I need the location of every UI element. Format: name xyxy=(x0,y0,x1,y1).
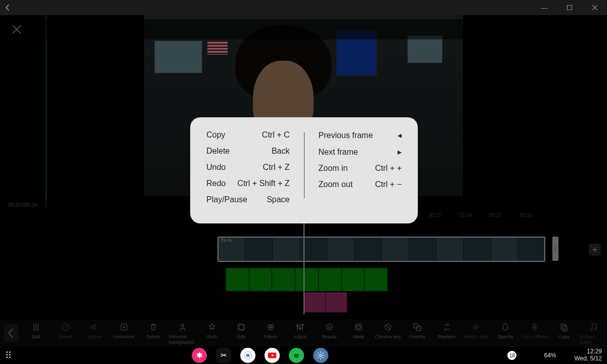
tool-remove-bg[interactable]: Remove background xyxy=(169,322,196,345)
tool-replace[interactable]: Replace xyxy=(433,322,460,345)
tool-adjust[interactable]: Adjust xyxy=(286,322,314,345)
app-icon-youtube[interactable] xyxy=(265,348,280,363)
shortcut-row: RedoCtrl + Shift + Z xyxy=(206,179,290,188)
tool-speed[interactable]: Speed xyxy=(52,322,79,345)
edit-toolbar: SplitSpeedVolumeAnimationDeleteRemove ba… xyxy=(0,320,607,347)
shortcut-row: Zoom outCtrl + − xyxy=(319,180,402,189)
svg-rect-0 xyxy=(568,6,572,10)
notification-count-badge[interactable]: 18 xyxy=(507,351,516,360)
toolbar-collapse-button[interactable] xyxy=(4,325,18,342)
tool-beauty[interactable]: Beauty xyxy=(316,322,343,345)
svg-point-27 xyxy=(246,354,250,357)
tool-motion[interactable]: Motion blur xyxy=(462,322,490,345)
keyboard-shortcuts-popup: CopyCtrl + CDeleteBackUndoCtrl + ZRedoCt… xyxy=(190,117,418,223)
svg-point-14 xyxy=(330,326,330,327)
app-icon-chrome[interactable] xyxy=(240,348,255,363)
svg-point-16 xyxy=(357,325,361,329)
system-taskbar: ⠿ ✱ ✂ 18 64% 12:29 Wed, 5/12 xyxy=(0,347,607,364)
svg-point-24 xyxy=(595,328,596,329)
apps-grid-icon[interactable]: ⠿ xyxy=(5,350,13,361)
tool-style[interactable]: Style xyxy=(198,322,226,345)
svg-point-12 xyxy=(326,324,332,330)
tool-chroma[interactable]: Chroma key xyxy=(374,322,402,345)
window-maximize-button[interactable] xyxy=(560,1,579,15)
tool-mask[interactable]: Mask xyxy=(345,322,372,345)
back-icon[interactable] xyxy=(3,3,12,12)
tool-animation[interactable]: Animation xyxy=(110,322,138,345)
shortcut-row: Play/PauseSpace xyxy=(206,195,290,204)
close-editor-button[interactable] xyxy=(10,23,23,36)
tool-volume[interactable]: Volume xyxy=(81,322,108,345)
app-icon-spotify[interactable] xyxy=(289,348,304,363)
svg-point-10 xyxy=(299,327,300,329)
shortcut-row: UndoCtrl + Z xyxy=(206,163,290,172)
tool-delete[interactable]: Delete xyxy=(140,322,167,345)
svg-rect-15 xyxy=(356,324,362,330)
window-close-button[interactable] xyxy=(586,1,604,15)
svg-point-23 xyxy=(590,329,592,330)
clip-duration-label: 19.0s xyxy=(221,238,232,243)
svg-rect-22 xyxy=(563,326,567,331)
app-icon-settings[interactable] xyxy=(313,348,328,363)
tool-split[interactable]: Split xyxy=(22,322,50,345)
timeline-playhead[interactable] xyxy=(304,212,305,314)
shortcut-row: DeleteBack xyxy=(206,147,290,156)
tool-extract[interactable]: Extract audio xyxy=(580,322,607,345)
tool-overlay[interactable]: Overlay xyxy=(404,322,431,345)
overlay-clip-greenscreen[interactable] xyxy=(226,268,387,291)
tool-voice[interactable]: Voice effects xyxy=(521,322,548,345)
tool-edit[interactable]: Edit xyxy=(228,322,255,345)
window-minimize-button[interactable]: — xyxy=(535,1,553,15)
clip-handle[interactable]: ⋮ xyxy=(552,237,558,261)
playback-time: 00:07/00:34 xyxy=(8,202,37,208)
svg-rect-19 xyxy=(416,326,420,330)
tool-filters[interactable]: Filters xyxy=(257,322,284,345)
shortcut-row: Next frame▸ xyxy=(319,147,402,157)
add-clip-button[interactable]: + xyxy=(589,244,601,256)
tool-opacity[interactable]: Opacity xyxy=(492,322,519,345)
svg-point-9 xyxy=(296,325,298,326)
shortcut-row: Previous frame◂ xyxy=(319,130,402,140)
window-titlebar: — xyxy=(0,0,607,15)
svg-point-30 xyxy=(320,354,322,357)
svg-rect-18 xyxy=(414,324,418,328)
top-controls xyxy=(0,19,607,39)
battery-percent: 64% xyxy=(544,352,556,359)
app-icon-capcut[interactable]: ✂ xyxy=(216,348,231,363)
svg-point-13 xyxy=(328,326,329,327)
shortcut-row: CopyCtrl + C xyxy=(206,130,290,140)
svg-rect-21 xyxy=(561,324,565,329)
overlay-clip-2[interactable] xyxy=(304,292,347,312)
shortcut-row: Zoom inCtrl + + xyxy=(319,164,402,173)
app-icon-gallery[interactable]: ✱ xyxy=(192,348,207,363)
crop-guide-line xyxy=(46,15,47,207)
taskbar-clock[interactable]: 12:29 Wed, 5/12 xyxy=(575,348,602,362)
tool-copy[interactable]: Copy xyxy=(550,322,578,345)
svg-rect-2 xyxy=(121,324,127,330)
svg-rect-5 xyxy=(239,325,244,330)
svg-point-4 xyxy=(182,324,184,327)
main-video-clip[interactable]: 19.0s xyxy=(218,237,545,262)
svg-point-3 xyxy=(123,326,124,328)
svg-point-11 xyxy=(301,324,303,326)
